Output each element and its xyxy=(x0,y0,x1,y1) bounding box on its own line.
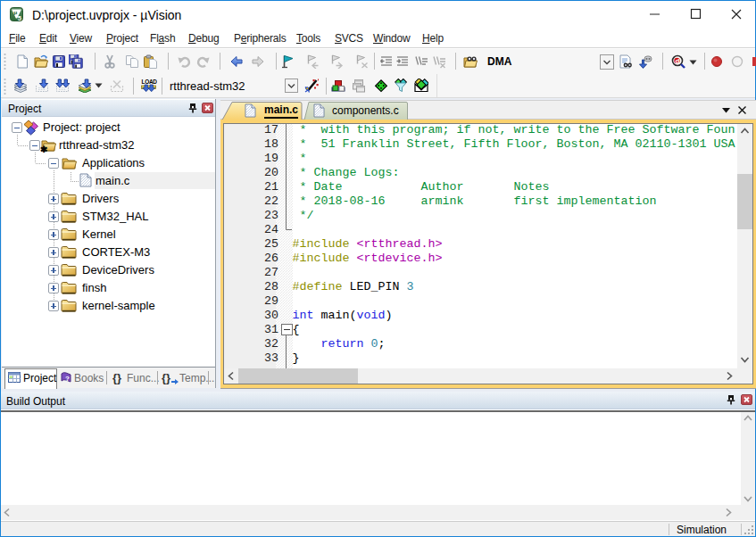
svg-text:✱: ✱ xyxy=(40,145,48,153)
svg-text:d: d xyxy=(676,57,680,65)
svg-text:LOAD: LOAD xyxy=(142,78,158,85)
svg-text:5: 5 xyxy=(18,14,21,22)
svg-text:µ: µ xyxy=(13,9,17,16)
svg-text:?: ? xyxy=(65,375,70,383)
